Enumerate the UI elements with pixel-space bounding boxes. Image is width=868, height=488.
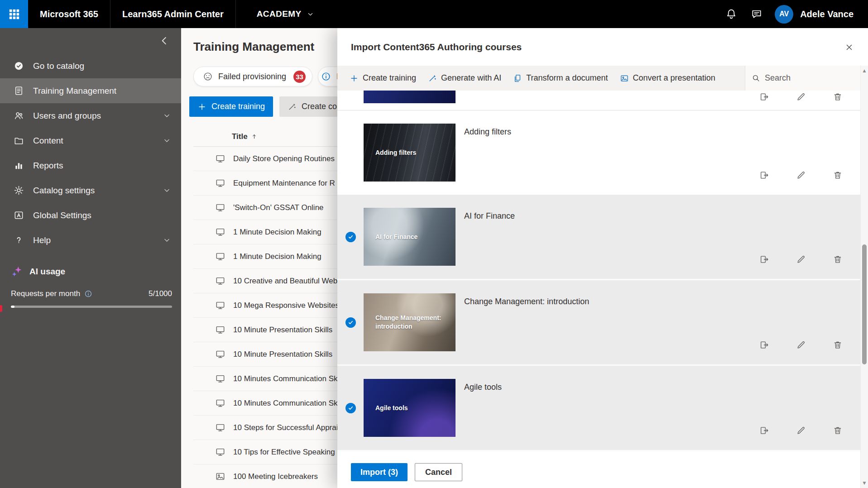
course-row-adding-filters[interactable]: Adding filtersAdding filters <box>337 110 868 195</box>
collapse-sidebar-button[interactable] <box>158 35 170 47</box>
scroll-up-arrow[interactable]: ▲ <box>861 67 868 74</box>
create-training-button[interactable]: Create training <box>189 96 273 117</box>
requests-label: Requests per month <box>11 289 80 298</box>
table-row-title: Daily Store Opening Routines <box>233 154 335 163</box>
export-icon[interactable] <box>759 92 769 102</box>
course-thumbnail: AI for Finance <box>364 208 456 266</box>
delete-icon[interactable] <box>833 340 843 350</box>
app-title[interactable]: Learn365 Admin Center <box>122 9 224 19</box>
command-generate-with-ai[interactable]: Generate with AI <box>422 66 507 91</box>
import-button[interactable]: Import (3) <box>351 463 408 481</box>
edit-icon[interactable] <box>796 92 806 102</box>
ai-usage-title: AI usage <box>29 267 65 277</box>
wand-icon <box>428 74 437 83</box>
course-selected-checkbox[interactable] <box>345 317 356 328</box>
topbar-right-group: AV Adele Vance <box>719 0 868 28</box>
brand-title[interactable]: Microsoft 365 <box>40 9 98 19</box>
export-icon[interactable] <box>759 170 769 180</box>
edit-icon[interactable] <box>796 340 806 350</box>
sidebar-item-training-management[interactable]: Training Management <box>0 78 181 103</box>
scrollbar-thumb[interactable] <box>862 244 867 364</box>
delete-icon[interactable] <box>833 92 843 102</box>
course-row-ai-for-finance[interactable]: AI for FinanceAI for Finance <box>337 195 868 280</box>
users-icon <box>14 110 24 121</box>
course-row-actions <box>759 340 843 350</box>
course-row-actions <box>759 426 843 435</box>
course-selected-checkbox[interactable] <box>345 232 356 242</box>
avatar[interactable]: AV <box>775 5 793 24</box>
import-courses-dialog: Import Content365 Authoring courses Crea… <box>337 28 868 488</box>
ai-usage-section: AI usage Requests per month 5/1000 <box>0 265 181 308</box>
course-row-partial[interactable] <box>337 91 868 110</box>
export-icon[interactable] <box>759 426 769 435</box>
app-launcher-button[interactable] <box>0 0 28 28</box>
export-icon[interactable] <box>759 340 769 350</box>
sidebar-item-users-and-groups[interactable]: Users and groups <box>0 103 181 128</box>
monitor-icon <box>215 276 225 286</box>
course-row-change-management-introduction[interactable]: Change Management: introductionChange Ma… <box>337 280 868 366</box>
command-convert-a-presentation[interactable]: Convert a presentation <box>614 66 721 91</box>
command-transform-a-document[interactable]: Transform a document <box>507 66 614 91</box>
waffle-icon <box>8 8 20 20</box>
sidebar-item-content[interactable]: Content <box>0 128 181 153</box>
course-thumbnail <box>364 91 456 103</box>
checkbox-column <box>337 91 364 110</box>
course-selected-checkbox[interactable] <box>345 403 356 413</box>
edit-icon[interactable] <box>796 426 806 435</box>
tenant-selector[interactable]: ACADEMY <box>257 9 314 19</box>
training-icon <box>14 86 24 96</box>
monitor-icon <box>215 300 225 311</box>
delete-icon[interactable] <box>833 254 843 264</box>
table-row-title: 100 Meeting Icebreakers <box>233 472 318 481</box>
search-box[interactable] <box>745 66 860 91</box>
table-row-title: 1 Minute Decision Making <box>233 252 321 261</box>
create-training-label: Create training <box>211 102 265 111</box>
command-create-training[interactable]: Create training <box>344 66 422 91</box>
export-icon[interactable] <box>759 254 769 264</box>
edit-icon[interactable] <box>796 254 806 264</box>
course-thumbnail: Change Management: introduction <box>364 293 456 351</box>
sidebar-item-go-to-catalog[interactable]: Go to catalog <box>0 53 181 78</box>
dialog-commandbar: Create trainingGenerate with AITransform… <box>337 66 868 91</box>
sidebar-item-label: Go to catalog <box>33 61 84 71</box>
image-icon <box>620 74 629 83</box>
search-input[interactable] <box>765 73 854 83</box>
dialog-header: Import Content365 Authoring courses <box>337 28 868 66</box>
info-icon <box>321 72 331 81</box>
feedback-button[interactable] <box>744 0 769 28</box>
document-icon <box>513 74 522 83</box>
edit-icon[interactable] <box>796 170 806 180</box>
table-row-title: 10 Creative and Beautiful Web <box>233 277 337 286</box>
close-dialog-button[interactable] <box>841 39 857 55</box>
delete-icon[interactable] <box>833 170 843 180</box>
sort-ascending-icon <box>251 133 258 140</box>
cancel-button[interactable]: Cancel <box>415 463 462 481</box>
global-icon <box>14 210 24 220</box>
sidebar-item-reports[interactable]: Reports <box>0 153 181 178</box>
modal-scrollbar[interactable]: ▲ ▼ <box>860 66 868 488</box>
gear-icon <box>14 185 24 196</box>
scroll-down-arrow[interactable]: ▼ <box>861 479 868 487</box>
usage-progress-fill <box>11 306 14 308</box>
dialog-footer: Import (3) Cancel <box>337 456 868 488</box>
course-title: Change Management: introduction <box>464 297 589 364</box>
monitor-icon <box>215 398 225 408</box>
monitor-icon <box>215 202 225 213</box>
search-icon <box>752 74 760 82</box>
course-row-actions <box>759 170 843 180</box>
sidebar-item-catalog-settings[interactable]: Catalog settings <box>0 178 181 203</box>
course-row-agile-tools[interactable]: Agile toolsAgile tools <box>337 366 868 451</box>
chevron-down-icon <box>163 236 171 244</box>
sidebar-item-global-settings[interactable]: Global Settings <box>0 203 181 228</box>
status-pill-failed-provisioning[interactable]: Failed provisioning33 <box>193 67 312 86</box>
monitor-icon <box>215 422 225 433</box>
sidebar-item-help[interactable]: Help <box>0 228 181 253</box>
monitor-icon <box>215 251 225 262</box>
thumbnail-title: Change Management: introduction <box>375 314 444 331</box>
info-icon[interactable] <box>84 290 92 298</box>
thumbnail-title: Agile tools <box>375 404 408 412</box>
notifications-button[interactable] <box>719 0 744 28</box>
delete-icon[interactable] <box>833 426 843 435</box>
course-list: Adding filtersAdding filtersAI for Finan… <box>337 91 868 456</box>
pill-label: Failed provisioning <box>218 72 286 81</box>
